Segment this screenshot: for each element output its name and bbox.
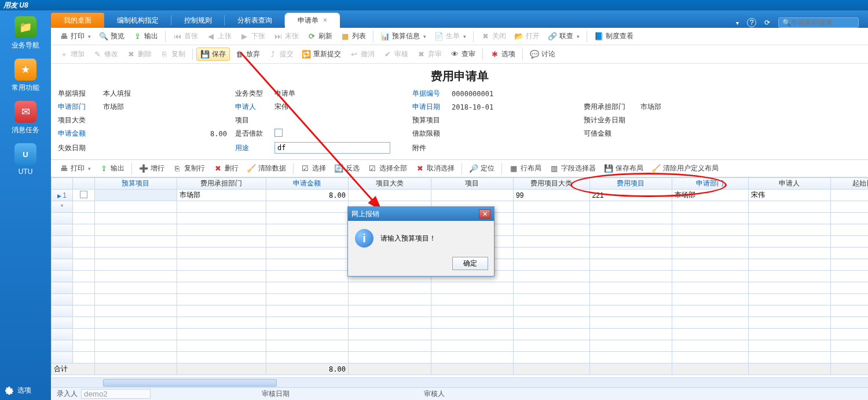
- cleardata-icon: 🧹: [247, 164, 256, 173]
- preview-button[interactable]: 🔍预览: [96, 30, 128, 42]
- tab-ctrlrule[interactable]: 控制规则: [171, 13, 225, 28]
- scrollbar-thumb[interactable]: [103, 379, 277, 387]
- revoke-button[interactable]: ↩撤消: [346, 48, 378, 60]
- edit-button[interactable]: ✎修改: [89, 48, 122, 60]
- dialog-titlebar[interactable]: 网上报销 ✕: [348, 207, 494, 221]
- row-checkbox[interactable]: [80, 191, 87, 198]
- dialog-close-icon[interactable]: ✕: [479, 209, 490, 219]
- discard-button[interactable]: ✖弃审: [413, 48, 445, 60]
- label-dept[interactable]: 申请部门: [58, 102, 98, 112]
- col-feeitem[interactable]: 费用项目: [589, 178, 672, 190]
- cell-projcat[interactable]: [349, 190, 431, 201]
- selall-button[interactable]: ☑选择全部: [364, 162, 411, 174]
- tab-orgassign[interactable]: 编制机构指定: [104, 13, 171, 28]
- tabs-overflow-icon[interactable]: ▾: [736, 20, 739, 26]
- print-button[interactable]: 🖶打印▾: [56, 30, 94, 42]
- horizontal-scrollbar[interactable]: [51, 377, 868, 387]
- cleardata-button[interactable]: 🧹清除数据: [243, 162, 290, 174]
- table-row[interactable]: ▶1 市场部 8.00 99 221 市场部 宋伟: [52, 190, 869, 201]
- list-button[interactable]: ▦列表: [337, 30, 369, 42]
- add-button[interactable]: ＋增加: [56, 48, 88, 60]
- cell-proj[interactable]: [431, 190, 514, 201]
- grid-output-button[interactable]: ⇪输出: [96, 162, 128, 174]
- label-purpose[interactable]: 用途: [235, 143, 270, 153]
- dialog-ok-button[interactable]: 确定: [452, 257, 488, 270]
- cell-dept[interactable]: 市场部: [177, 190, 266, 201]
- isloan-checkbox[interactable]: [274, 129, 283, 137]
- cell-applicant[interactable]: 宋伟: [748, 190, 831, 201]
- save-button[interactable]: 💾保存: [196, 48, 230, 61]
- col-applicant[interactable]: 申请人: [748, 178, 831, 190]
- output-button[interactable]: ⇪输出: [129, 30, 162, 42]
- refresh-icon[interactable]: ⟳: [764, 19, 770, 27]
- sidebar-item-msg[interactable]: ✉消息任务: [9, 101, 42, 135]
- col-feecat[interactable]: 费用项目大类: [514, 178, 590, 190]
- policy-button[interactable]: 📘制度查看: [591, 30, 637, 42]
- first-button[interactable]: ⏮首张: [169, 30, 202, 42]
- unselall-button[interactable]: ✖取消选择: [412, 162, 458, 174]
- col-appdept[interactable]: 申请部门: [672, 178, 749, 190]
- sidebar-options[interactable]: 选项: [0, 381, 51, 400]
- search-box[interactable]: 🔍: [778, 17, 859, 28]
- sidebar-item-biznav[interactable]: 📁业务导航: [9, 16, 42, 50]
- copy-button[interactable]: ⎘复制: [156, 48, 189, 60]
- related-button[interactable]: 🔗联查▾: [544, 30, 583, 42]
- cell-feeitem[interactable]: 221: [589, 190, 672, 201]
- newbill-button[interactable]: 📄生单▾: [431, 30, 470, 42]
- invert-button[interactable]: 🔄反选: [331, 162, 363, 174]
- tab-application[interactable]: 申请单×: [285, 13, 340, 28]
- label-amount[interactable]: 申请金额: [58, 129, 98, 139]
- open-button[interactable]: 📂打开: [511, 30, 543, 42]
- refresh-button[interactable]: ⟳刷新: [303, 30, 336, 42]
- purpose-input[interactable]: [274, 142, 390, 154]
- audit-button[interactable]: ✔审核: [379, 48, 412, 60]
- abandon-button[interactable]: 🗑放弃: [231, 48, 263, 60]
- tab-desktop[interactable]: 我的桌面: [51, 13, 104, 28]
- close-button[interactable]: ✖关闭: [477, 30, 510, 42]
- delete-button[interactable]: ✖删除: [123, 48, 155, 60]
- col-projcat[interactable]: 项目大类: [349, 178, 431, 190]
- cell-start[interactable]: [831, 190, 868, 201]
- search-input[interactable]: [791, 19, 855, 27]
- cell-budget[interactable]: [94, 190, 177, 201]
- resubmit-button[interactable]: 🔁重新提交: [298, 48, 345, 60]
- clearlayout-button[interactable]: 🧹清除用户定义布局: [648, 162, 722, 174]
- budget-button[interactable]: 📊预算信息▾: [377, 30, 430, 42]
- cell-appdept[interactable]: 市场部: [672, 190, 749, 201]
- delrow-button[interactable]: ✖删行: [210, 162, 242, 174]
- fieldsel-button[interactable]: ▥字段选择器: [546, 162, 599, 174]
- col-amount[interactable]: 申请金额: [266, 178, 349, 190]
- cell-feecat[interactable]: 99: [514, 190, 590, 201]
- select-button[interactable]: ☑选择: [297, 162, 329, 174]
- col-start[interactable]: 起始日期: [831, 178, 868, 190]
- label-billno[interactable]: 单据编号: [412, 89, 447, 99]
- col-proj[interactable]: 项目: [431, 178, 514, 190]
- cell-amount[interactable]: 8.00: [266, 190, 349, 201]
- entry-input[interactable]: [81, 389, 151, 399]
- review-button[interactable]: 👁查审: [446, 48, 479, 60]
- option-button[interactable]: ✱选项: [486, 48, 519, 60]
- label-applicant[interactable]: 申请人: [235, 102, 270, 112]
- prev-button[interactable]: ◀上张: [203, 30, 235, 42]
- savelayout-button[interactable]: 💾保存布局: [600, 162, 647, 174]
- sidebar-item-utu[interactable]: UUTU: [9, 143, 42, 176]
- discuss-button[interactable]: 💬讨论: [526, 48, 559, 60]
- sidebar-item-fav[interactable]: ★常用功能: [9, 59, 42, 93]
- locate-button[interactable]: 🔎定位: [466, 162, 498, 174]
- app-title-bar: 用友 U8: [0, 0, 868, 10]
- addrow-button[interactable]: ➕增行: [135, 162, 168, 174]
- label-date[interactable]: 申请日期: [412, 102, 447, 112]
- copyrow-button[interactable]: ⎘复制行: [169, 162, 208, 174]
- tab-close-icon[interactable]: ×: [323, 16, 327, 24]
- tab-analysis[interactable]: 分析表查询: [225, 13, 285, 28]
- last-button[interactable]: ⏭末张: [270, 30, 302, 42]
- grid-print-button[interactable]: 🖶打印▾: [56, 162, 94, 174]
- col-beardept[interactable]: 费用承担部门: [177, 178, 266, 190]
- next-button[interactable]: ▶下张: [236, 30, 269, 42]
- col-check[interactable]: [73, 178, 94, 190]
- submit-button[interactable]: ⤴提交: [265, 48, 297, 60]
- col-rownum[interactable]: [52, 178, 73, 190]
- help-icon[interactable]: ?: [747, 18, 756, 27]
- rowlayout-button[interactable]: ▦行布局: [506, 162, 545, 174]
- col-budget[interactable]: 预算项目: [94, 178, 177, 190]
